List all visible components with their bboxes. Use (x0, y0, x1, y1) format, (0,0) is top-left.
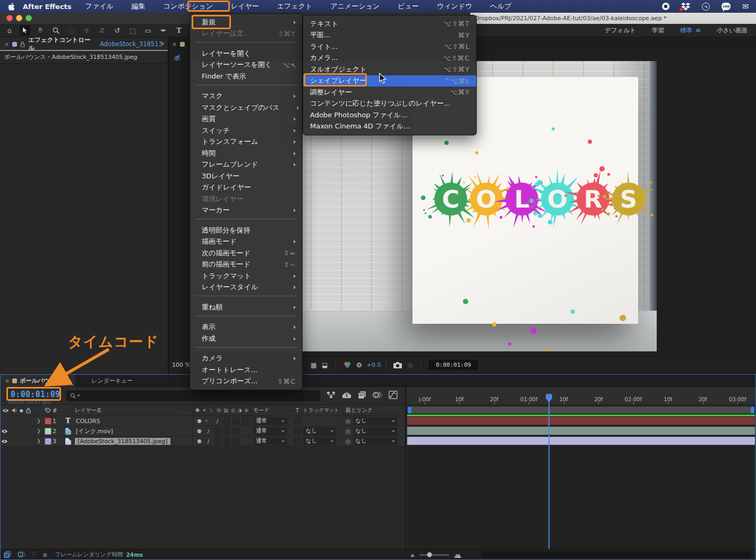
preserve-transparency-toggle[interactable] (295, 418, 300, 424)
quality-switch[interactable]: ∕ (204, 438, 212, 444)
shy-layers-icon[interactable] (342, 391, 351, 399)
menu-item[interactable]: Adobe Photoshop ファイル... › (303, 109, 476, 121)
work-area-bar[interactable] (408, 407, 754, 413)
menu-item[interactable]: › (190, 347, 302, 353)
search-options-icon[interactable] (77, 395, 80, 398)
menu-item[interactable]: 透明部分を保持 › (190, 225, 302, 236)
layer-expander[interactable]: ❯ (35, 418, 43, 424)
menubar-item[interactable]: ファイル (85, 2, 114, 11)
motion-blur-status-icon[interactable] (18, 551, 25, 558)
audio-toggle[interactable] (9, 426, 18, 436)
menu-item[interactable]: カメラ... ⌥⇧⌘C › (303, 53, 476, 64)
menu-item[interactable]: Maxon Cinema 4D ファイル... › (303, 121, 476, 133)
pan-camera-tool[interactable]: ✛ (81, 25, 92, 36)
menu-item[interactable]: コンテンツに応じた塗りつぶしのレイヤー... › (303, 98, 476, 110)
eye-icon[interactable] (2, 408, 9, 413)
menu-item[interactable]: オートトレース... › (190, 364, 302, 376)
blend-mode-dropdown[interactable]: 通常 (253, 427, 287, 435)
app-menu[interactable]: After Effects (23, 3, 72, 11)
solo-toggle[interactable] (18, 426, 26, 436)
track-empty-area[interactable] (407, 446, 755, 549)
exposure-icon[interactable]: ❂ (357, 361, 362, 369)
camera-tool[interactable]: ⬚ (127, 25, 138, 36)
dropbox-icon[interactable] (681, 3, 690, 11)
panel-divider[interactable] (168, 37, 169, 374)
parent-link-column-header[interactable]: 親とリンク (342, 405, 405, 416)
layer-expander[interactable]: ❯ (35, 438, 43, 444)
visibility-toggle[interactable] (1, 436, 9, 446)
layer-name-column-header[interactable]: レイヤー名 (73, 407, 193, 414)
motion-blur-icon[interactable]: ◎ (231, 408, 235, 413)
audio-toggle[interactable] (9, 436, 18, 446)
layer-row[interactable]: ❯ 2 T [インク.mov] ⚉ ✦ ∕ (1, 426, 405, 436)
fx-switch[interactable] (224, 418, 230, 425)
shy-icon[interactable]: ⚉ (195, 408, 200, 413)
menu-item[interactable]: › (190, 85, 302, 91)
menu-item[interactable]: トランスフォーム › (190, 136, 302, 148)
rectangle-tool[interactable]: ▭ (143, 25, 153, 36)
workspace-tab[interactable]: 学習 ≡ (652, 27, 664, 35)
visibility-toggle[interactable] (1, 426, 9, 436)
collapse-switch[interactable]: ✦ (204, 418, 212, 424)
menubar-item[interactable]: ヘルプ (490, 2, 511, 11)
home-tool[interactable]: ⌂ (4, 25, 15, 36)
visibility-toggle[interactable] (1, 416, 9, 426)
menu-item[interactable]: 3Dレイヤー › (190, 170, 302, 182)
exposure-value[interactable]: +0.0 (367, 361, 381, 368)
menu-item[interactable]: スイッチ › (190, 125, 302, 136)
blend-mode-dropdown[interactable]: 通常 (253, 437, 287, 445)
shy-switch[interactable]: ⚉ (195, 418, 203, 424)
zoom-out-icon[interactable] (410, 552, 415, 557)
menu-item[interactable]: 時間 › (190, 148, 302, 159)
menu-item[interactable]: ライト... ⌥⇧⌘L › (303, 41, 476, 53)
selection-tool[interactable] (20, 25, 30, 36)
layer-name[interactable]: COLORS (73, 418, 193, 425)
timeline-empty-area[interactable] (1, 446, 405, 549)
timeline-search-field[interactable] (66, 391, 320, 401)
menu-item[interactable]: › (190, 42, 302, 48)
layer-color-swatch[interactable] (45, 438, 51, 445)
menubar-item[interactable]: 編集 (132, 2, 145, 11)
rotation-tool[interactable]: ↺ (112, 25, 123, 36)
line-icon[interactable]: LINE (721, 3, 731, 10)
layer-name[interactable]: [インク.mov] (73, 427, 193, 435)
parent-dropdown[interactable]: なし (353, 437, 398, 445)
menu-item[interactable]: 環境レイヤー › (190, 193, 302, 205)
menu-item[interactable]: マスク › (190, 91, 302, 102)
blend-mode-dropdown[interactable]: 通常 (253, 417, 287, 425)
lock-toggle[interactable] (26, 436, 35, 446)
audio-mute-status-icon[interactable]: ☗ (42, 552, 47, 558)
region-of-interest-icon[interactable]: ⬓ (322, 361, 328, 369)
menu-item[interactable]: 描画モード › (190, 236, 302, 248)
time-ruler[interactable]: ):00f10f20f01:00f10f20f02:00f10f20f03:00… (407, 387, 755, 405)
threed-switch[interactable] (242, 418, 248, 425)
trackmatte-dropdown[interactable]: なし (303, 427, 336, 435)
menu-item[interactable]: 平面... ⌘Y › (303, 30, 476, 41)
workspace-menu-icon[interactable]: ≡ (695, 27, 701, 34)
composition-tab-partial-label[interactable]: ポ (174, 54, 180, 62)
effect-controls-tab[interactable]: × エフェクトコントロール AdobeStock_318513 (0, 37, 168, 51)
zoom-slider[interactable] (419, 554, 449, 556)
layer-row[interactable]: ❯ 3 T [AdobeStock_318513405.jpeg] ⚉ ✦ (1, 436, 405, 446)
menu-item[interactable]: レイヤー設定... ⇧⌘Y › (190, 28, 302, 40)
menu-item[interactable]: レイヤーソースを開く ⌥↖ › (190, 59, 302, 71)
fx-switch[interactable] (214, 438, 221, 445)
panel-overflow-icon[interactable]: » (161, 40, 164, 47)
menubar-item[interactable]: アニメーション (330, 2, 380, 11)
menu-item[interactable]: 作成 › (190, 333, 302, 344)
graph-editor-icon[interactable] (389, 391, 398, 399)
shy-switch[interactable]: ⚉ (195, 438, 203, 444)
quality-switch[interactable]: ∕ (213, 418, 221, 424)
pickwhip-icon[interactable]: ◎ (346, 428, 351, 435)
zoom-in-icon[interactable] (454, 551, 461, 558)
solo-toggle[interactable] (18, 436, 26, 446)
threed-icon[interactable]: ⊛ (244, 408, 248, 413)
pickwhip-icon[interactable]: ◎ (346, 418, 351, 425)
menu-item[interactable]: 画質 › (190, 114, 302, 125)
close-window-button[interactable] (6, 15, 13, 21)
label-icon[interactable] (45, 408, 51, 413)
layer-row[interactable]: ❯ 1 T COLORS ⚉ ✦ ∕ (1, 416, 405, 426)
motion-blur-icon[interactable] (373, 391, 382, 399)
frame-blend-icon[interactable] (358, 391, 366, 399)
motion-blur-switch[interactable] (224, 438, 230, 445)
